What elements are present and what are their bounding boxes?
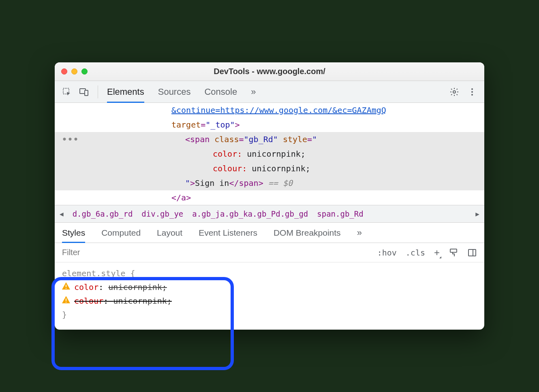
dom-link-fragment[interactable]: &continue=https://www.google.com/&ec=GAZ…: [55, 103, 484, 117]
styles-rules-pane[interactable]: element.style { color: unicornpink; colo…: [55, 262, 484, 330]
hov-toggle-button[interactable]: :hov: [377, 248, 397, 258]
toggle-panel-icon[interactable]: [467, 248, 477, 258]
zoom-window-button[interactable]: [81, 68, 88, 75]
style-declaration[interactable]: color: unicornpink;: [62, 280, 477, 294]
device-toggle-icon[interactable]: [79, 87, 89, 97]
new-style-rule-button[interactable]: +: [434, 248, 440, 258]
styles-tab-computed[interactable]: Computed: [101, 223, 141, 243]
style-declaration[interactable]: colour: unicornpink;: [62, 294, 477, 308]
svg-rect-2: [85, 90, 88, 96]
more-tabs-button[interactable]: »: [251, 87, 256, 97]
breadcrumb-item[interactable]: a.gb_ja.gb_ka.gb_Pd.gb_gd: [192, 209, 308, 218]
svg-point-3: [453, 91, 456, 93]
main-toolbar: Elements Sources Console »: [55, 81, 484, 103]
warning-icon: [62, 296, 70, 303]
breadcrumb-item-active[interactable]: span.gb_Rd: [317, 209, 363, 218]
kebab-menu-icon[interactable]: [467, 87, 477, 97]
styles-tab-event-listeners[interactable]: Event Listeners: [199, 223, 257, 243]
devtools-window: DevTools - www.google.com/ Elements Sour…: [55, 62, 484, 330]
svg-rect-13: [66, 302, 66, 303]
format-brush-icon[interactable]: [449, 248, 458, 258]
styles-filter-bar: :hov .cls +: [55, 243, 484, 262]
breadcrumb-right-arrow-icon[interactable]: ▶: [475, 210, 479, 218]
styles-tab-layout[interactable]: Layout: [157, 223, 182, 243]
dom-close-a[interactable]: </a>: [55, 190, 484, 205]
expand-ellipsis-icon[interactable]: •••: [62, 132, 79, 146]
svg-rect-11: [66, 288, 66, 289]
style-selector[interactable]: element.style {: [62, 266, 477, 280]
cls-toggle-button[interactable]: .cls: [406, 248, 425, 258]
svg-rect-8: [468, 249, 476, 256]
toolbar-divider: [98, 85, 98, 98]
breadcrumb-item[interactable]: d.gb_6a.gb_rd: [73, 209, 133, 218]
main-tabs: Elements Sources Console »: [107, 81, 442, 102]
dom-selected-node[interactable]: ••• <span class="gb_Rd" style=" color: u…: [55, 132, 484, 190]
svg-point-5: [471, 91, 473, 93]
minimize-window-button[interactable]: [71, 68, 77, 75]
dom-target-attr[interactable]: target="_top">: [55, 117, 484, 132]
styles-more-tabs-button[interactable]: »: [357, 228, 362, 238]
titlebar: DevTools - www.google.com/: [55, 62, 484, 81]
close-window-button[interactable]: [61, 68, 67, 75]
breadcrumb-trail: ◀ d.gb_6a.gb_rd div.gb_ye a.gb_ja.gb_ka.…: [55, 205, 484, 223]
settings-gear-icon[interactable]: [449, 87, 459, 97]
svg-rect-12: [66, 298, 66, 301]
svg-rect-10: [66, 285, 66, 287]
tab-elements[interactable]: Elements: [107, 81, 144, 102]
tab-console[interactable]: Console: [204, 81, 237, 102]
tab-sources[interactable]: Sources: [158, 81, 191, 102]
svg-point-4: [471, 88, 473, 90]
svg-rect-7: [450, 249, 457, 252]
dom-tree[interactable]: &continue=https://www.google.com/&ec=GAZ…: [55, 103, 484, 205]
breadcrumb-item[interactable]: div.gb_ye: [141, 209, 183, 218]
styles-filter-input[interactable]: [62, 248, 165, 257]
styles-tabs: Styles Computed Layout Event Listeners D…: [55, 223, 484, 243]
window-title: DevTools - www.google.com/: [214, 67, 325, 76]
svg-point-6: [471, 94, 473, 96]
style-brace-close: }: [62, 308, 477, 322]
warning-icon: [62, 282, 70, 290]
inspect-element-icon[interactable]: [62, 87, 72, 97]
breadcrumb-left-arrow-icon[interactable]: ◀: [60, 210, 64, 218]
styles-tab-dom-breakpoints[interactable]: DOM Breakpoints: [274, 223, 341, 243]
traffic-lights: [61, 68, 88, 75]
styles-tab-styles[interactable]: Styles: [62, 223, 85, 243]
